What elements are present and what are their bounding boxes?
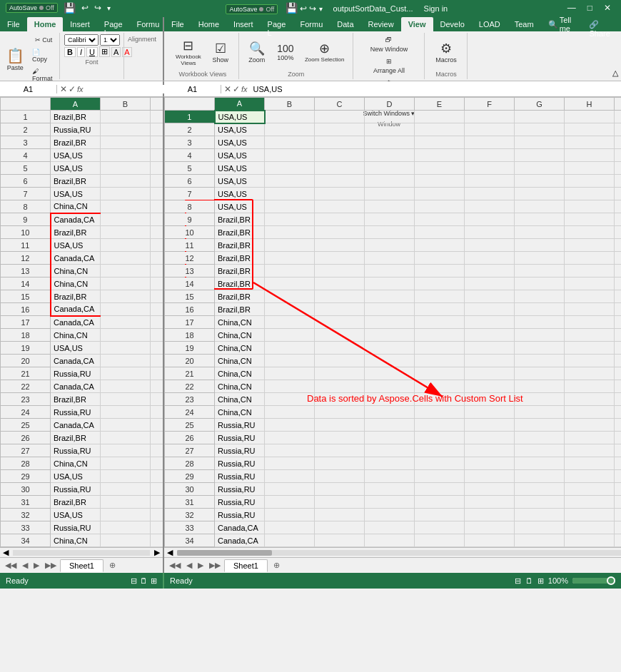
right-cell-h[interactable] [565,509,615,521]
right-row-header[interactable]: 4 [165,149,215,162]
right-cell-h[interactable] [565,239,615,252]
tab-insert-right[interactable]: Insert [226,17,261,31]
tab-review-right[interactable]: Review [361,17,401,31]
tab-formu-right[interactable]: Formu [293,17,330,31]
right-cell-d[interactable] [365,123,415,136]
left-cell-c[interactable] [151,367,163,380]
right-cell-h[interactable] [565,367,615,380]
undo-icon[interactable]: ↩ [81,3,89,13]
right-cell-i[interactable] [615,136,622,149]
right-hscrollbar[interactable]: ◀ ▶ [164,547,621,557]
right-cell-e[interactable] [415,239,465,252]
right-cell-b[interactable] [265,380,315,393]
left-cell-b[interactable] [101,188,151,200]
right-cell-f[interactable] [465,316,515,329]
left-row-header[interactable]: 16 [1,303,51,316]
right-cell-i[interactable] [615,380,622,393]
left-cell-b[interactable] [101,483,151,496]
right-cell-h[interactable] [565,380,615,393]
right-cell-g[interactable] [515,200,565,213]
right-cell-a[interactable]: China,CN [215,367,265,380]
right-cell-a[interactable]: Russia,RU [215,509,265,521]
right-cell-c[interactable] [315,316,365,329]
left-cell-a[interactable]: Russia,RU [51,444,101,457]
right-cell-f[interactable] [465,534,515,547]
right-cell-g[interactable] [515,367,565,380]
right-cell-a[interactable]: China,CN [215,380,265,393]
right-cell-h[interactable] [565,432,615,444]
right-cell-f[interactable] [465,380,515,393]
right-cell-g[interactable] [515,123,565,136]
right-cell-f[interactable] [465,149,515,162]
right-cell-b[interactable] [265,329,315,342]
left-cell-a[interactable]: Canada,CA [51,213,101,226]
left-row-header[interactable]: 31 [1,496,51,509]
right-cell-b[interactable] [265,213,315,226]
right-cell-b[interactable] [265,278,315,290]
right-tab-scroll-left[interactable]: ◀◀ [167,561,183,570]
left-cell-c[interactable] [151,213,163,226]
right-cell-f[interactable] [465,483,515,496]
left-cell-b[interactable] [101,419,151,432]
right-cell-i[interactable] [615,457,622,470]
italic-btn[interactable]: I [77,47,85,57]
right-cell-c[interactable] [315,278,365,290]
tab-home-left[interactable]: Home [27,17,64,31]
right-cell-e[interactable] [415,534,465,547]
right-cell-h[interactable] [565,213,615,226]
left-cell-a[interactable]: Brazil,BR [51,175,101,188]
right-cell-e[interactable] [415,329,465,342]
left-cell-a[interactable]: Russia,RU [51,123,101,136]
right-cell-c[interactable] [315,521,365,534]
left-row-header[interactable]: 17 [1,316,51,329]
format-painter-btn[interactable]: 🖌 Format [29,66,59,81]
right-cell-g[interactable] [515,444,565,457]
right-cell-e[interactable] [415,200,465,213]
right-cell-a[interactable]: Brazil,BR [215,213,265,226]
right-cell-a[interactable]: USA,US [215,200,265,213]
left-cell-c[interactable] [151,162,163,175]
borders-btn[interactable]: ⊞ [99,46,110,57]
right-cell-h[interactable] [565,175,615,188]
right-cell-f[interactable] [465,123,515,136]
left-cell-c[interactable] [151,534,163,547]
left-row-header[interactable]: 32 [1,509,51,521]
left-cell-b[interactable] [101,355,151,367]
right-cell-e[interactable] [415,136,465,149]
right-cell-g[interactable] [515,265,565,278]
right-cell-h[interactable] [565,393,615,406]
right-cell-c[interactable] [315,188,365,200]
right-row-header[interactable]: 34 [165,534,215,547]
right-cell-b[interactable] [265,470,315,483]
left-row-header[interactable]: 5 [1,162,51,175]
right-cell-i[interactable] [615,175,622,188]
left-row-header[interactable]: 9 [1,213,51,226]
right-cell-g[interactable] [515,342,565,355]
right-cell-b[interactable] [265,316,315,329]
left-row-header[interactable]: 2 [1,123,51,136]
close-button[interactable]: ✕ [600,3,615,13]
right-cell-e[interactable] [415,290,465,303]
left-cell-c[interactable] [151,355,163,367]
left-cell-a[interactable]: Canada,CA [51,303,101,316]
left-cell-a[interactable]: China,CN [51,329,101,342]
right-page-setup-icon[interactable]: ⊟ [515,576,521,586]
right-cell-c[interactable] [315,406,365,419]
left-cell-a[interactable]: Brazil,BR [51,496,101,509]
font-size-select[interactable]: 11 [100,34,120,46]
right-cell-i[interactable] [615,470,622,483]
zoom-slider[interactable] [572,578,615,584]
right-cell-f[interactable] [465,329,515,342]
right-cell-d[interactable] [365,303,415,316]
left-row-header[interactable]: 26 [1,432,51,444]
left-cell-c[interactable] [151,200,163,213]
left-cell-a[interactable]: Brazil,BR [51,226,101,239]
right-cell-c[interactable] [315,239,365,252]
right-cell-h[interactable] [565,290,615,303]
left-sheet1-tab[interactable]: Sheet1 [60,559,104,572]
left-cell-a[interactable]: Russia,RU [51,367,101,380]
right-cell-f[interactable] [465,175,515,188]
right-cell-a[interactable]: Canada,CA [215,534,265,547]
right-cell-h[interactable] [565,355,615,367]
left-cell-c[interactable] [151,252,163,265]
